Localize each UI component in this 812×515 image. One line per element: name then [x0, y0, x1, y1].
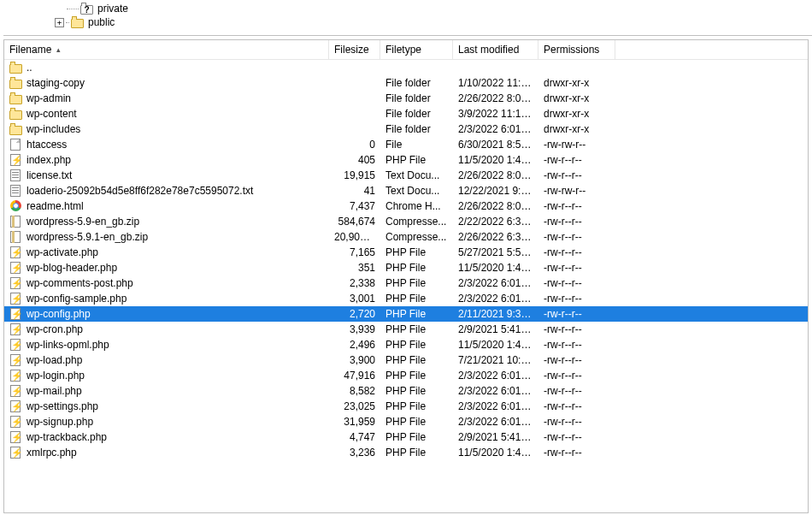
file-modified: 2/26/2022 8:04:... — [453, 91, 538, 106]
file-name: wp-mail.php — [26, 383, 82, 399]
file-size: 47,916 — [329, 368, 380, 383]
file-size: 3,900 — [329, 352, 380, 368]
file-permissions: -rw-r--r-- — [538, 322, 615, 337]
php-file-icon: ⚡ — [9, 431, 23, 443]
file-permissions: drwxr-xr-x — [538, 106, 615, 121]
file-name: license.txt — [26, 168, 72, 183]
file-size: 2,338 — [329, 275, 380, 291]
php-file-icon: ⚡ — [9, 154, 23, 166]
file-size: 3,001 — [329, 291, 380, 306]
file-row[interactable]: loaderio-25092b54d5e8ff6f282e78e7c559507… — [4, 183, 808, 198]
column-header-filetype[interactable]: Filetype — [380, 40, 453, 59]
tree-item-private[interactable]: ? private — [55, 2, 812, 15]
file-size: 31,959 — [329, 414, 380, 429]
file-type: Compresse... — [380, 229, 453, 245]
file-row[interactable]: ⚡xmlrpc.php3,236PHP File11/5/2020 1:42:.… — [4, 445, 808, 460]
file-row[interactable]: license.txt19,915Text Docu...2/26/2022 8… — [4, 168, 808, 183]
file-type: Chrome H... — [380, 198, 453, 214]
file-row[interactable]: ⚡wp-mail.php8,582PHP File2/3/2022 6:01:4… — [4, 383, 808, 399]
file-size: 23,025 — [329, 399, 380, 414]
file-permissions: drwxr-xr-x — [538, 75, 615, 91]
file-row[interactable]: ⚡wp-links-opml.php2,496PHP File11/5/2020… — [4, 337, 808, 352]
file-modified: 11/5/2020 1:42:... — [453, 445, 538, 460]
file-permissions: -rw-r--r-- — [538, 337, 615, 352]
file-type: PHP File — [380, 445, 453, 460]
folder-icon — [9, 62, 23, 74]
php-file-icon: ⚡ — [9, 323, 23, 335]
file-row[interactable]: ⚡wp-config.php2,720PHP File2/11/2021 9:3… — [4, 306, 808, 322]
file-size: 8,582 — [329, 383, 380, 399]
expand-toggle[interactable]: + — [55, 18, 64, 27]
file-modified: 2/3/2022 6:01:4... — [453, 383, 538, 399]
file-name: wp-config.php — [26, 306, 91, 322]
file-size: 19,915 — [329, 168, 380, 183]
file-permissions: -rw-r--r-- — [538, 198, 615, 214]
file-row[interactable]: ⚡wp-login.php47,916PHP File2/3/2022 6:01… — [4, 368, 808, 383]
tree-item-public[interactable]: + public — [55, 15, 812, 29]
file-permissions: drwxr-xr-x — [538, 91, 615, 106]
file-name: wp-content — [26, 106, 77, 121]
file-modified: 6/30/2021 8:57:... — [453, 137, 538, 152]
file-type: Text Docu... — [380, 168, 453, 183]
column-header-filename[interactable]: Filename — [4, 40, 329, 59]
file-row[interactable]: ⚡index.php405PHP File11/5/2020 1:42:...-… — [4, 152, 808, 168]
file-row[interactable]: wordpress-5.9.1-en_gb.zip20,904,423Compr… — [4, 229, 808, 245]
file-row[interactable]: wp-contentFile folder3/9/2022 11:19:...d… — [4, 106, 808, 121]
file-type: PHP File — [380, 322, 453, 337]
file-permissions: -rw-r--r-- — [538, 414, 615, 429]
file-permissions: -rw-r--r-- — [538, 214, 615, 229]
file-row[interactable]: htaccess0File6/30/2021 8:57:...-rw-rw-r-… — [4, 137, 808, 152]
file-row[interactable]: ⚡wp-trackback.php4,747PHP File2/9/2021 5… — [4, 429, 808, 445]
column-header-lastmodified[interactable]: Last modified — [453, 40, 538, 59]
file-type: File folder — [380, 75, 453, 91]
file-row[interactable]: ⚡wp-cron.php3,939PHP File2/9/2021 5:41:2… — [4, 322, 808, 337]
php-file-icon: ⚡ — [9, 354, 23, 366]
php-file-icon: ⚡ — [9, 416, 23, 428]
file-type: Text Docu... — [380, 183, 453, 198]
file-size: 584,674 — [329, 214, 380, 229]
zip-file-icon — [9, 231, 23, 243]
file-modified: 5/27/2021 5:53:... — [453, 245, 538, 260]
file-name: wp-login.php — [26, 368, 85, 383]
file-row[interactable]: ⚡wp-blog-header.php351PHP File11/5/2020 … — [4, 260, 808, 275]
file-type: PHP File — [380, 337, 453, 352]
file-name: wp-load.php — [26, 352, 82, 368]
file-modified: 2/26/2022 8:04:... — [453, 198, 538, 214]
file-modified: 2/3/2022 6:01:4... — [453, 121, 538, 137]
file-size: 3,236 — [329, 445, 380, 460]
file-size: 2,496 — [329, 337, 380, 352]
file-row[interactable]: readme.html7,437Chrome H...2/26/2022 8:0… — [4, 198, 808, 214]
file-permissions: -rw-r--r-- — [538, 352, 615, 368]
folder-icon — [9, 77, 23, 89]
file-row[interactable]: ⚡wp-comments-post.php2,338PHP File2/3/20… — [4, 275, 808, 291]
file-size: 7,165 — [329, 245, 380, 260]
column-header-filesize[interactable]: Filesize — [329, 40, 380, 59]
file-row[interactable]: ⚡wp-load.php3,900PHP File7/21/2021 10:0.… — [4, 352, 808, 368]
file-row[interactable]: wp-adminFile folder2/26/2022 8:04:...drw… — [4, 91, 808, 106]
file-row[interactable]: ⚡wp-config-sample.php3,001PHP File2/3/20… — [4, 291, 808, 306]
file-name: loaderio-25092b54d5e8ff6f282e78e7c559507… — [26, 183, 253, 198]
tree-item-label: private — [97, 2, 128, 15]
file-type: PHP File — [380, 429, 453, 445]
file-row[interactable]: ⚡wp-activate.php7,165PHP File5/27/2021 5… — [4, 245, 808, 260]
file-row[interactable]: ⚡wp-signup.php31,959PHP File2/3/2022 6:0… — [4, 414, 808, 429]
php-file-icon: ⚡ — [9, 262, 23, 274]
file-permissions: -rw-r--r-- — [538, 429, 615, 445]
column-header-permissions[interactable]: Permissions — [538, 40, 615, 59]
file-modified: 7/21/2021 10:0... — [453, 352, 538, 368]
file-size: 3,939 — [329, 322, 380, 337]
file-row[interactable]: ⚡wp-settings.php23,025PHP File2/3/2022 6… — [4, 399, 808, 414]
file-row-parent[interactable]: .. — [4, 60, 808, 75]
file-size: 2,720 — [329, 306, 380, 322]
file-type: File — [380, 137, 453, 152]
file-size: 20,904,423 — [329, 229, 380, 245]
file-list-pane: Filename Filesize Filetype Last modified… — [3, 39, 809, 513]
file-row[interactable]: wordpress-5.9-en_gb.zip584,674Compresse.… — [4, 214, 808, 229]
file-row[interactable]: wp-includesFile folder2/3/2022 6:01:4...… — [4, 121, 808, 137]
file-icon — [9, 139, 23, 151]
file-row[interactable]: staging-copyFile folder1/10/2022 11:4...… — [4, 75, 808, 91]
file-type: PHP File — [380, 383, 453, 399]
file-type: PHP File — [380, 245, 453, 260]
folder-question-icon: ? — [80, 3, 94, 15]
tree-item-label: public — [88, 15, 115, 29]
